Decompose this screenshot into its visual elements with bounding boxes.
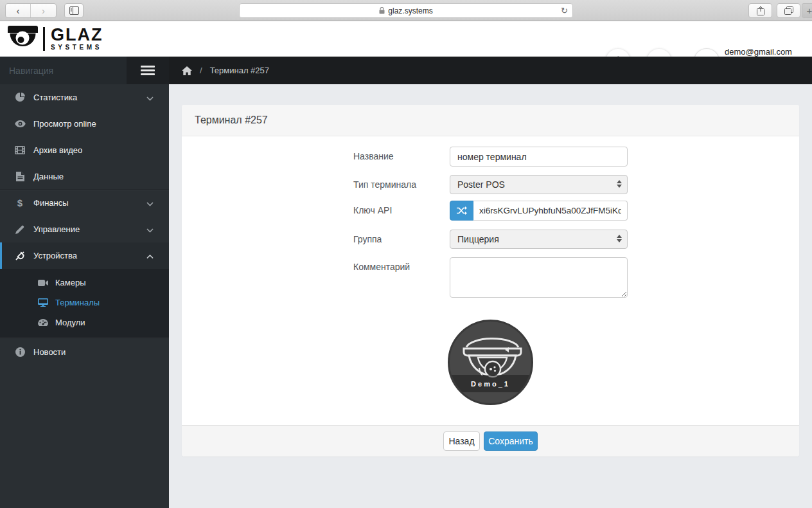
gauge-icon xyxy=(37,319,48,327)
sidebar-item-finance[interactable]: $ Финансы xyxy=(0,190,169,216)
video-camera-icon xyxy=(37,280,48,286)
terminal-panel: Терминал #257 Название Тип терминала Pos… xyxy=(182,105,799,457)
breadcrumb-separator: / xyxy=(200,66,202,75)
pencil-icon xyxy=(14,225,26,234)
chevron-down-icon xyxy=(146,199,154,208)
sidebar-title: Навигация xyxy=(0,57,127,84)
sidebar-item-label: Устройства xyxy=(33,251,77,260)
save-button[interactable]: Сохранить xyxy=(484,431,538,451)
back-icon[interactable]: ‹ xyxy=(6,4,31,17)
panel-footer: Назад Сохранить xyxy=(182,425,799,457)
name-input[interactable] xyxy=(450,147,628,167)
chevron-down-icon xyxy=(146,93,154,103)
site-header: GLAZ SYSTEMS 4 ₴ 0.00 demo@gmail.com кли… xyxy=(0,21,812,57)
sidebar-item-label: Новости xyxy=(33,347,66,357)
sidebar-item-devices[interactable]: Устройства xyxy=(0,242,169,269)
home-icon[interactable] xyxy=(182,66,192,75)
url-text: glaz.systems xyxy=(388,6,432,15)
select-stepper-icon xyxy=(617,180,622,188)
sidebar-item-news[interactable]: Новости xyxy=(0,338,169,366)
terminal-form: Название Тип терминала Poster POS Ключ A… xyxy=(182,136,799,425)
nav-row: Навигация / Терминал #257 xyxy=(0,57,812,84)
new-tab-icon[interactable]: + xyxy=(802,3,812,18)
sidebar-item-label: Архив видео xyxy=(33,145,82,155)
main-content: Терминал #257 Название Тип терминала Pos… xyxy=(169,84,812,508)
sidebar-item-data[interactable]: Данные xyxy=(0,163,169,190)
group-select[interactable]: Пиццерия xyxy=(450,230,628,249)
sidebar-item-cameras[interactable]: Камеры xyxy=(0,273,169,293)
browser-toolbar: ‹ › glaz.systems ↻ + xyxy=(0,0,812,21)
tab-overview-icon[interactable] xyxy=(777,3,800,18)
sidebar-item-label: Модули xyxy=(55,318,85,327)
chevron-down-icon xyxy=(146,225,154,235)
shuffle-icon xyxy=(457,206,467,215)
comment-label: Комментарий xyxy=(353,262,446,272)
api-key-input[interactable] xyxy=(473,201,628,221)
camera-avatar-label: Demo_1 xyxy=(471,380,510,388)
sidebar-item-live-view[interactable]: Просмотр online xyxy=(0,111,169,137)
devices-submenu: Камеры Терминалы Модули xyxy=(0,269,169,338)
chevron-up-icon xyxy=(146,251,154,261)
camera-avatar-band: Demo_1 xyxy=(450,375,531,392)
address-bar[interactable]: glaz.systems ↻ xyxy=(239,3,573,18)
refresh-icon[interactable]: ↻ xyxy=(561,6,568,15)
sidebar-item-label: Статистика xyxy=(33,93,77,102)
sidebar-toggle-button[interactable] xyxy=(127,57,169,84)
user-email: demo@gmail.com xyxy=(725,48,792,57)
group-value: Пиццерия xyxy=(457,234,499,244)
sidebar-item-label: Камеры xyxy=(55,278,86,287)
logo-subtitle: SYSTEMS xyxy=(51,44,103,51)
sidebar-item-management[interactable]: Управление xyxy=(0,216,169,242)
hamburger-icon xyxy=(141,64,155,77)
sidebar-item-label: Просмотр online xyxy=(33,119,96,129)
history-nav-group: ‹ › xyxy=(5,3,57,18)
api-key-label: Ключ API xyxy=(353,205,446,215)
panel-title: Терминал #257 xyxy=(182,105,799,136)
comment-textarea[interactable] xyxy=(450,257,628,298)
monitor-icon xyxy=(37,298,48,307)
camera-avatar[interactable]: Demo_1 xyxy=(448,320,533,405)
sidebar-item-statistics[interactable]: Статистика xyxy=(0,84,169,111)
select-stepper-icon xyxy=(617,235,622,242)
generate-key-button[interactable] xyxy=(450,201,473,221)
plug-icon xyxy=(14,251,26,260)
glaz-logo[interactable]: GLAZ SYSTEMS xyxy=(8,26,103,52)
info-icon xyxy=(14,347,26,357)
sidebar-item-label: Управление xyxy=(33,224,80,234)
sidebar-item-label: Финансы xyxy=(33,198,69,208)
group-label: Группа xyxy=(353,234,446,244)
forward-icon[interactable]: › xyxy=(31,4,56,17)
terminal-type-select[interactable]: Poster POS xyxy=(450,175,628,194)
logo-title: GLAZ xyxy=(51,27,103,42)
sidebar-item-label: Данные xyxy=(33,172,64,181)
ssl-lock-icon xyxy=(379,7,385,14)
breadcrumb: / Терминал #257 xyxy=(169,57,812,84)
back-button[interactable]: Назад xyxy=(443,431,480,451)
film-icon xyxy=(14,146,26,154)
share-icon[interactable] xyxy=(748,3,772,18)
sidebar-item-terminals[interactable]: Терминалы xyxy=(0,293,169,313)
sidebar-item-label: Терминалы xyxy=(55,298,100,307)
name-label: Название xyxy=(353,151,446,161)
camera-avatar-circle: Demo_1 xyxy=(448,320,533,405)
dome-camera-logo-icon xyxy=(8,26,38,52)
terminal-type-label: Тип терминала xyxy=(353,179,446,190)
breadcrumb-page: Терминал #257 xyxy=(210,66,269,75)
sidebar-nav: Статистика Просмотр online Архив видео Д… xyxy=(0,84,169,508)
app-root: ‹ › glaz.systems ↻ + xyxy=(0,0,812,508)
reader-sidebar-icon[interactable] xyxy=(64,3,84,18)
eye-icon xyxy=(14,120,26,127)
sidebar-item-modules[interactable]: Модули xyxy=(0,313,169,332)
sidebar-item-video-archive[interactable]: Архив видео xyxy=(0,137,169,163)
document-icon xyxy=(14,172,26,181)
pie-chart-icon xyxy=(14,93,26,102)
terminal-type-value: Poster POS xyxy=(457,179,505,190)
logo-divider xyxy=(43,27,45,51)
dollar-icon: $ xyxy=(14,197,26,208)
